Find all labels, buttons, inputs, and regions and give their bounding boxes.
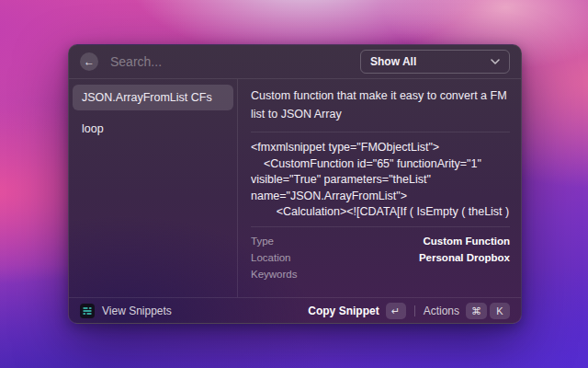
filter-dropdown[interactable]: Show All (360, 50, 510, 74)
command-key-badge: ⌘ (466, 303, 487, 319)
metadata-label: Type (251, 236, 274, 247)
metadata-label: Keywords (251, 269, 298, 280)
snippet-list: JSON.ArrayFromList CFs loop (69, 79, 238, 297)
list-item-json-arrayfromlist[interactable]: JSON.ArrayFromList CFs (73, 85, 233, 110)
chevron-down-icon (491, 59, 500, 64)
code-line: <CustomFunction id="65" functionArity="1… (251, 156, 510, 173)
metadata-value: Personal Dropbox (419, 252, 510, 263)
view-snippets-button[interactable]: View Snippets (102, 305, 172, 317)
snippets-app-icon (80, 304, 95, 318)
snippet-glyph-icon (82, 305, 93, 316)
actions-button[interactable]: Actions (424, 305, 459, 317)
snippets-search-window: ← Show All JSON.ArrayFromList CFs loop (68, 44, 522, 324)
return-key-badge: ↵ (386, 303, 406, 319)
metadata-value: Custom Function (423, 236, 510, 247)
main-content: JSON.ArrayFromList CFs loop Custom funct… (69, 79, 521, 297)
code-line: <fmxmlsnippet type="FMObjectList"> (251, 140, 510, 156)
back-arrow-icon: ← (84, 55, 95, 68)
snippet-metadata: Type Custom Function Location Personal D… (251, 227, 510, 288)
metadata-row-location: Location Personal Dropbox (251, 249, 510, 266)
copy-snippet-button[interactable]: Copy Snippet (308, 305, 379, 317)
metadata-row-type: Type Custom Function (251, 233, 510, 249)
action-bar: View Snippets Copy Snippet ↵ Actions ⌘ K (69, 297, 521, 323)
code-line: visible="True" parameters="theList" (251, 172, 510, 189)
search-header: ← Show All (69, 45, 521, 79)
desktop-wallpaper: ← Show All JSON.ArrayFromList CFs loop (0, 0, 588, 368)
metadata-label: Location (251, 252, 290, 263)
list-item-label: loop (82, 122, 104, 135)
snippet-code-block: <fmxmlsnippet type="FMObjectList"> <Cust… (251, 132, 510, 226)
metadata-row-keywords: Keywords (251, 266, 510, 282)
k-key-badge: K (490, 303, 510, 319)
filter-dropdown-value: Show All (370, 55, 416, 68)
footer-divider (414, 305, 415, 316)
search-input[interactable] (108, 53, 351, 70)
code-line: <Calculation><![CDATA[If ( IsEmpty ( the… (251, 204, 510, 221)
code-line: name="JSON.ArrayFromList"> (251, 189, 510, 205)
list-item-loop[interactable]: loop (73, 116, 233, 142)
snippet-detail: Custom function that make it easy to con… (238, 79, 521, 297)
snippet-description: Custom function that make it easy to con… (251, 81, 510, 132)
list-item-label: JSON.ArrayFromList CFs (82, 91, 212, 104)
back-button[interactable]: ← (80, 52, 98, 71)
